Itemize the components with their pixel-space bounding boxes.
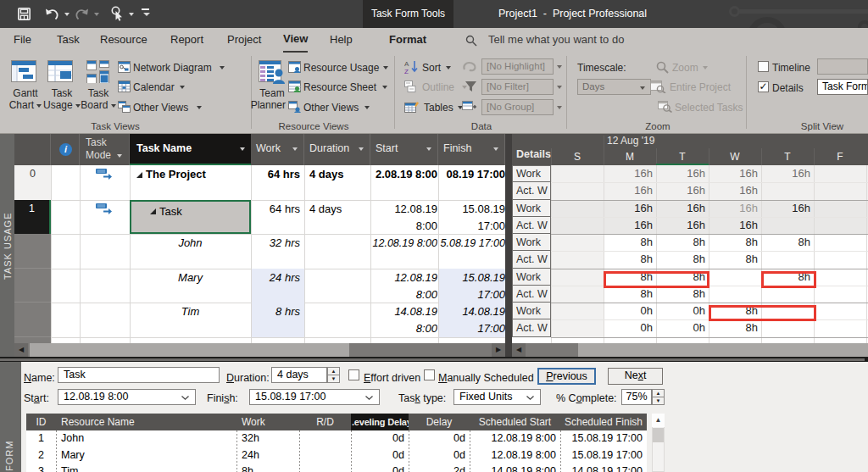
svg-text:Z: Z xyxy=(404,68,409,75)
